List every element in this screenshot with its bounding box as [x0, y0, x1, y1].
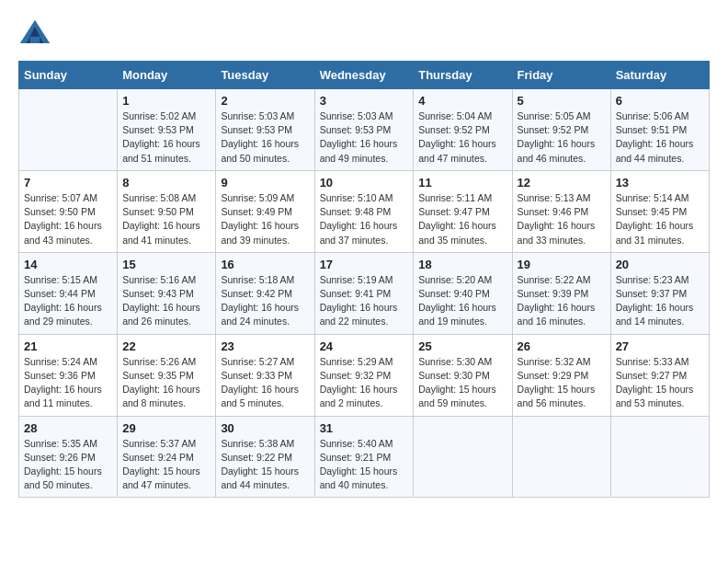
day-number: 2	[221, 94, 309, 108]
calendar-cell: 23Sunrise: 5:27 AM Sunset: 9:33 PM Dayli…	[216, 334, 314, 416]
calendar-week-row: 21Sunrise: 5:24 AM Sunset: 9:36 PM Dayli…	[19, 334, 710, 416]
calendar-cell: 3Sunrise: 5:03 AM Sunset: 9:53 PM Daylig…	[314, 89, 414, 171]
calendar-cell: 9Sunrise: 5:09 AM Sunset: 9:49 PM Daylig…	[216, 170, 314, 252]
header-sunday: Sunday	[19, 62, 118, 89]
calendar-cell: 11Sunrise: 5:11 AM Sunset: 9:47 PM Dayli…	[414, 170, 512, 252]
day-info: Sunrise: 5:27 AM Sunset: 9:33 PM Dayligh…	[221, 355, 309, 411]
day-number: 29	[122, 421, 210, 435]
day-number: 1	[122, 94, 210, 108]
day-info: Sunrise: 5:07 AM Sunset: 9:50 PM Dayligh…	[24, 191, 112, 247]
day-info: Sunrise: 5:23 AM Sunset: 9:37 PM Dayligh…	[616, 273, 704, 329]
day-number: 19	[518, 258, 606, 271]
day-number: 20	[616, 258, 704, 271]
calendar-cell	[19, 89, 118, 171]
calendar-cell: 6Sunrise: 5:06 AM Sunset: 9:51 PM Daylig…	[610, 89, 709, 171]
day-info: Sunrise: 5:19 AM Sunset: 9:41 PM Dayligh…	[320, 273, 409, 329]
day-info: Sunrise: 5:11 AM Sunset: 9:47 PM Dayligh…	[418, 191, 506, 247]
day-info: Sunrise: 5:35 AM Sunset: 9:26 PM Dayligh…	[24, 437, 112, 493]
day-number: 27	[616, 339, 704, 353]
day-number: 11	[418, 176, 506, 190]
calendar-cell: 10Sunrise: 5:10 AM Sunset: 9:48 PM Dayli…	[314, 170, 414, 252]
day-number: 23	[221, 339, 309, 353]
day-info: Sunrise: 5:06 AM Sunset: 9:51 PM Dayligh…	[616, 109, 704, 166]
day-info: Sunrise: 5:40 AM Sunset: 9:21 PM Dayligh…	[320, 437, 409, 493]
header-tuesday: Tuesday	[216, 62, 314, 89]
day-info: Sunrise: 5:15 AM Sunset: 9:44 PM Dayligh…	[24, 273, 112, 329]
calendar-cell: 18Sunrise: 5:20 AM Sunset: 9:40 PM Dayli…	[414, 252, 512, 334]
day-number: 31	[320, 421, 409, 435]
day-number: 16	[221, 258, 309, 271]
day-number: 14	[24, 258, 112, 271]
calendar-cell: 30Sunrise: 5:38 AM Sunset: 9:22 PM Dayli…	[216, 416, 314, 498]
calendar-cell: 13Sunrise: 5:14 AM Sunset: 9:45 PM Dayli…	[610, 170, 709, 252]
day-number: 24	[320, 339, 409, 353]
calendar-cell: 15Sunrise: 5:16 AM Sunset: 9:43 PM Dayli…	[118, 252, 216, 334]
day-info: Sunrise: 5:02 AM Sunset: 9:53 PM Dayligh…	[122, 109, 210, 166]
logo-icon	[18, 18, 51, 52]
day-number: 22	[122, 339, 210, 353]
calendar-cell: 21Sunrise: 5:24 AM Sunset: 9:36 PM Dayli…	[19, 334, 118, 416]
day-info: Sunrise: 5:32 AM Sunset: 9:29 PM Dayligh…	[518, 355, 606, 411]
day-info: Sunrise: 5:18 AM Sunset: 9:42 PM Dayligh…	[221, 273, 309, 329]
calendar-week-row: 7Sunrise: 5:07 AM Sunset: 9:50 PM Daylig…	[19, 170, 710, 252]
day-info: Sunrise: 5:08 AM Sunset: 9:50 PM Dayligh…	[122, 191, 210, 247]
day-number: 9	[221, 176, 309, 190]
day-info: Sunrise: 5:38 AM Sunset: 9:22 PM Dayligh…	[221, 437, 309, 493]
calendar-cell: 31Sunrise: 5:40 AM Sunset: 9:21 PM Dayli…	[314, 416, 414, 498]
calendar-table: SundayMondayTuesdayWednesdayThursdayFrid…	[18, 61, 710, 498]
header-monday: Monday	[118, 62, 216, 89]
calendar-cell: 28Sunrise: 5:35 AM Sunset: 9:26 PM Dayli…	[19, 416, 118, 498]
logo	[18, 18, 57, 52]
day-info: Sunrise: 5:16 AM Sunset: 9:43 PM Dayligh…	[122, 273, 210, 329]
day-info: Sunrise: 5:13 AM Sunset: 9:46 PM Dayligh…	[518, 191, 606, 247]
calendar-week-row: 1Sunrise: 5:02 AM Sunset: 9:53 PM Daylig…	[19, 89, 710, 171]
day-number: 4	[418, 94, 506, 108]
day-info: Sunrise: 5:04 AM Sunset: 9:52 PM Dayligh…	[418, 109, 506, 166]
day-number: 30	[221, 421, 309, 435]
day-info: Sunrise: 5:05 AM Sunset: 9:52 PM Dayligh…	[518, 109, 606, 166]
day-number: 12	[518, 176, 606, 190]
day-info: Sunrise: 5:24 AM Sunset: 9:36 PM Dayligh…	[24, 355, 112, 411]
calendar-week-row: 14Sunrise: 5:15 AM Sunset: 9:44 PM Dayli…	[19, 252, 710, 334]
calendar-cell	[414, 416, 512, 498]
calendar-cell: 20Sunrise: 5:23 AM Sunset: 9:37 PM Dayli…	[610, 252, 709, 334]
calendar-cell: 4Sunrise: 5:04 AM Sunset: 9:52 PM Daylig…	[414, 89, 512, 171]
calendar-cell: 1Sunrise: 5:02 AM Sunset: 9:53 PM Daylig…	[118, 89, 216, 171]
day-number: 28	[24, 421, 112, 435]
day-info: Sunrise: 5:03 AM Sunset: 9:53 PM Dayligh…	[221, 109, 309, 166]
day-number: 18	[418, 258, 506, 271]
calendar-cell: 17Sunrise: 5:19 AM Sunset: 9:41 PM Dayli…	[314, 252, 414, 334]
calendar-header-row: SundayMondayTuesdayWednesdayThursdayFrid…	[19, 62, 710, 89]
day-number: 5	[518, 94, 606, 108]
day-info: Sunrise: 5:29 AM Sunset: 9:32 PM Dayligh…	[320, 355, 409, 411]
day-number: 13	[616, 176, 704, 190]
page-header	[18, 18, 710, 52]
header-friday: Friday	[512, 62, 610, 89]
svg-rect-2	[30, 37, 40, 43]
calendar-cell: 27Sunrise: 5:33 AM Sunset: 9:27 PM Dayli…	[610, 334, 709, 416]
calendar-cell: 24Sunrise: 5:29 AM Sunset: 9:32 PM Dayli…	[314, 334, 414, 416]
calendar-cell: 12Sunrise: 5:13 AM Sunset: 9:46 PM Dayli…	[512, 170, 610, 252]
calendar-cell	[512, 416, 610, 498]
calendar-cell: 19Sunrise: 5:22 AM Sunset: 9:39 PM Dayli…	[512, 252, 610, 334]
day-number: 7	[24, 176, 112, 190]
day-number: 10	[320, 176, 409, 190]
header-thursday: Thursday	[414, 62, 512, 89]
calendar-cell: 5Sunrise: 5:05 AM Sunset: 9:52 PM Daylig…	[512, 89, 610, 171]
day-info: Sunrise: 5:14 AM Sunset: 9:45 PM Dayligh…	[616, 191, 704, 247]
header-saturday: Saturday	[610, 62, 709, 89]
calendar-week-row: 28Sunrise: 5:35 AM Sunset: 9:26 PM Dayli…	[19, 416, 710, 498]
day-info: Sunrise: 5:30 AM Sunset: 9:30 PM Dayligh…	[418, 355, 506, 411]
calendar-cell: 7Sunrise: 5:07 AM Sunset: 9:50 PM Daylig…	[19, 170, 118, 252]
calendar-cell: 8Sunrise: 5:08 AM Sunset: 9:50 PM Daylig…	[118, 170, 216, 252]
day-number: 8	[122, 176, 210, 190]
day-info: Sunrise: 5:09 AM Sunset: 9:49 PM Dayligh…	[221, 191, 309, 247]
calendar-cell	[610, 416, 709, 498]
calendar-cell: 25Sunrise: 5:30 AM Sunset: 9:30 PM Dayli…	[414, 334, 512, 416]
day-info: Sunrise: 5:03 AM Sunset: 9:53 PM Dayligh…	[320, 109, 409, 166]
calendar-cell: 2Sunrise: 5:03 AM Sunset: 9:53 PM Daylig…	[216, 89, 314, 171]
day-info: Sunrise: 5:10 AM Sunset: 9:48 PM Dayligh…	[320, 191, 409, 247]
calendar-cell: 29Sunrise: 5:37 AM Sunset: 9:24 PM Dayli…	[118, 416, 216, 498]
day-number: 26	[518, 339, 606, 353]
day-number: 3	[320, 94, 409, 108]
